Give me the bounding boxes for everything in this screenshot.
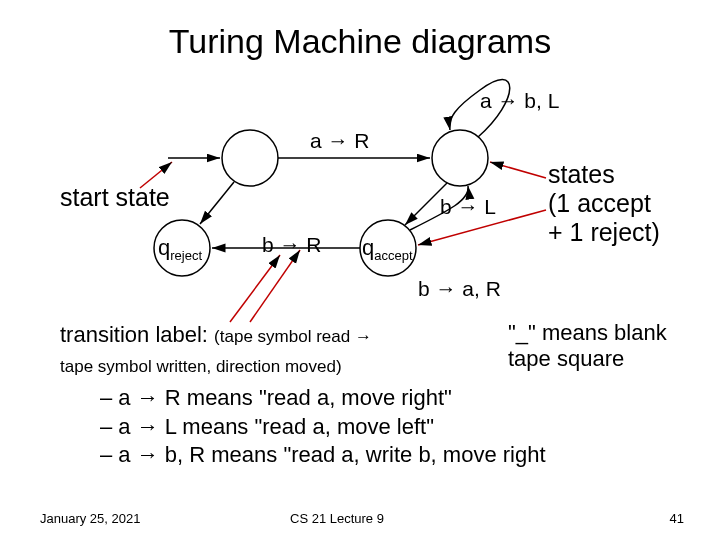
anno-arrow-states1	[490, 162, 546, 178]
footer-page: 41	[670, 511, 684, 526]
state-q1	[432, 130, 488, 186]
label-a-R: a → R	[310, 128, 370, 153]
label-a-b-L: a → b, L	[480, 88, 559, 113]
footer-course: CS 21 Lecture 9	[290, 511, 384, 526]
state-q0	[222, 130, 278, 186]
states-note: states (1 accept + 1 reject)	[548, 160, 660, 246]
label-b-a-R: b → a, R	[418, 276, 501, 301]
bullet-1: – a → R means "read a, move right"	[100, 384, 546, 413]
bullet-2: – a → L means "read a, move left"	[100, 413, 546, 442]
label-b-L: b → L	[440, 194, 496, 219]
label-qaccept: qaccept	[362, 235, 413, 264]
blank-tape-note: "_" means blank tape square	[508, 320, 667, 373]
edge-b-R-left	[200, 182, 234, 224]
label-qreject: qreject	[158, 235, 202, 264]
footer-date: January 25, 2021	[40, 511, 140, 526]
label-start-state: start state	[60, 182, 170, 212]
bullet-3: – a → b, R means "read a, write b, move …	[100, 441, 546, 470]
label-b-R: b → R	[262, 232, 322, 257]
bullet-list: – a → R means "read a, move right" – a →…	[100, 384, 546, 470]
